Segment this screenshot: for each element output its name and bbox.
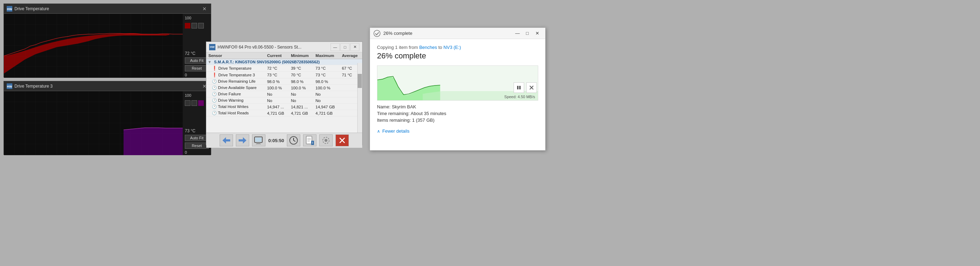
autofit-button-1[interactable]: Auto Fit (185, 57, 209, 64)
svg-rect-11 (255, 138, 261, 142)
sensor-name: 🕐 Drive Failure (206, 91, 265, 97)
checkbox-r[interactable] (185, 23, 191, 28)
copy-window-buttons: — □ ✕ (513, 30, 542, 37)
toolbar-monitor-btn[interactable] (252, 135, 266, 146)
copy-maximize-btn[interactable]: □ (523, 30, 532, 37)
table-row: 🕐 Drive Remaining Life 98.0 % 98.0 % 98.… (206, 78, 362, 85)
sensor-name: 🕐 Total Host Writes (206, 104, 265, 110)
time-remaining-row: Time remaining: About 35 minutes (377, 111, 538, 116)
table-row: 🕐 Drive Warning No No No (206, 97, 362, 104)
max-val: No (313, 91, 340, 97)
current-val: No (265, 97, 289, 104)
clock-icon: 🕐 (212, 86, 217, 90)
copy-content: Copying 1 item from Benches to NV3 (E:) … (370, 39, 545, 139)
toolbar-forward-btn[interactable] (236, 135, 249, 146)
clock-icon: 🕐 (212, 98, 217, 102)
chart-grid-3 (4, 91, 183, 155)
titlebar-1: HW Drive Temperature ✕ (4, 4, 211, 14)
min-val: No (289, 97, 313, 104)
svg-line-14 (294, 140, 295, 141)
close-button-1[interactable]: ✕ (201, 5, 208, 12)
temp-label-1: 72 °C (185, 51, 196, 56)
table-row: ❗ Drive Temperature 72 °C 39 °C 73 °C 67… (206, 65, 362, 72)
table-row: 🕐 Total Host Writes 14,947 ... 14,821 ..… (206, 104, 362, 110)
col-sensor: Sensor (206, 52, 265, 59)
table-row: ❗ Drive Temperature 3 73 °C 70 °C 73 °C … (206, 72, 362, 78)
sensor-name: 🕐 Drive Remaining Life (206, 78, 265, 85)
dest-link[interactable]: NV3 (E:) (444, 45, 461, 50)
max-val: 14,947 GB (313, 104, 340, 110)
checkbox-b[interactable] (198, 23, 204, 28)
copy-close-btn[interactable]: ✕ (533, 30, 542, 37)
svg-marker-7 (239, 137, 247, 144)
current-val: 73 °C (265, 72, 289, 78)
col-minimum: Minimum (289, 52, 313, 59)
current-val: 14,947 ... (265, 104, 289, 110)
hwinfo-scrollbar[interactable] (357, 63, 362, 133)
sensor-name: 🕐 Drive Warning (206, 97, 265, 104)
hwinfo-close-btn[interactable]: ✕ (350, 43, 360, 51)
table-row: 🕐 Drive Failure No No No (206, 91, 362, 97)
svg-point-26 (374, 30, 380, 36)
col-average: Average (340, 52, 362, 59)
svg-marker-19 (311, 141, 314, 145)
drive-temp-window-3: HW Drive Temperature 3 ✕ 100 (3, 81, 211, 155)
copy-window-icon (374, 30, 380, 37)
checkbox-g[interactable] (191, 23, 197, 28)
max-val: No (313, 97, 340, 104)
sensors-table: Sensor Current Minimum Maximum Average ▼… (206, 52, 362, 116)
hwinfo-logo: HW (209, 44, 215, 50)
toolbar-report-btn[interactable] (303, 135, 317, 146)
clock-icon: 🕐 (212, 79, 217, 83)
svg-rect-9 (257, 142, 260, 144)
fewer-details-toggle[interactable]: ∧ Fewer details (377, 128, 538, 134)
col-maximum: Maximum (313, 52, 340, 59)
min-val: 39 °C (289, 65, 313, 72)
file-name-row: Name: Skyrim BAK (377, 104, 538, 109)
toolbar-settings-btn[interactable] (319, 135, 332, 146)
current-val: No (265, 91, 289, 97)
min-val: 4,721 GB (289, 110, 313, 116)
titlebar-3: HW Drive Temperature 3 ✕ (4, 81, 211, 91)
svg-text:HW: HW (7, 7, 12, 11)
zero-label-3: 0 (185, 150, 187, 154)
reset-button-3[interactable]: Reset (185, 142, 209, 149)
hwinfo-minimize-btn[interactable]: — (331, 43, 340, 51)
svg-rect-29 (519, 86, 520, 89)
table-row: 🕐 Total Host Reads 4,721 GB 4,721 GB 4,7… (206, 110, 362, 116)
zero-label-1: 0 (185, 73, 187, 77)
reset-button-1[interactable]: Reset (185, 65, 209, 71)
current-val: 98.0 % (265, 78, 289, 85)
toolbar-back-btn[interactable] (220, 135, 233, 146)
autofit-button-3[interactable]: Auto Fit (185, 135, 209, 141)
max-val: 73 °C (313, 65, 340, 72)
copy-info: Name: Skyrim BAK Time remaining: About 3… (377, 104, 538, 123)
max-val: 73 °C (313, 72, 340, 78)
copy-titlebar: 26% complete — □ ✕ (370, 28, 545, 39)
hwinfo-scrollbar-thumb[interactable] (358, 74, 362, 88)
copy-title-left: 26% complete (374, 30, 412, 37)
max-label-3: 100 (185, 93, 191, 97)
checkbox-3-b[interactable] (198, 100, 204, 106)
min-val: 100.0 % (289, 85, 313, 91)
toolbar-close-btn[interactable] (336, 135, 349, 146)
checkbox-3-g[interactable] (191, 100, 197, 106)
checkbox-3-r[interactable] (185, 100, 191, 106)
svg-text:HW: HW (7, 85, 12, 88)
titlebar-left-3: HW Drive Temperature 3 (7, 83, 53, 89)
min-val: 98.0 % (289, 78, 313, 85)
group-header-row: ▼ S.M.A.R.T.: KINGSTON SNV3S2000G (50026… (206, 59, 362, 65)
window-title-1: Drive Temperature (14, 6, 49, 11)
window-title-3: Drive Temperature 3 (14, 84, 53, 89)
sensor-name: 🕐 Total Host Reads (206, 110, 265, 116)
copy-progress-window: 26% complete — □ ✕ Copying 1 item from B… (370, 27, 546, 150)
copy-minimize-btn[interactable]: — (513, 30, 522, 37)
hwinfo-maximize-btn[interactable]: □ (340, 43, 350, 51)
hwinfo-title-text: HWiNFO® 64 Pro v8.06-5500 - Sensors St..… (218, 45, 301, 50)
hwinfo-window: HW HWiNFO® 64 Pro v8.06-5500 - Sensors S… (206, 41, 363, 145)
stop-button[interactable] (526, 82, 537, 93)
toolbar-clock-btn[interactable] (287, 135, 300, 146)
min-val: 70 °C (289, 72, 313, 78)
source-link[interactable]: Benches (419, 45, 437, 50)
pause-button[interactable] (514, 82, 524, 93)
